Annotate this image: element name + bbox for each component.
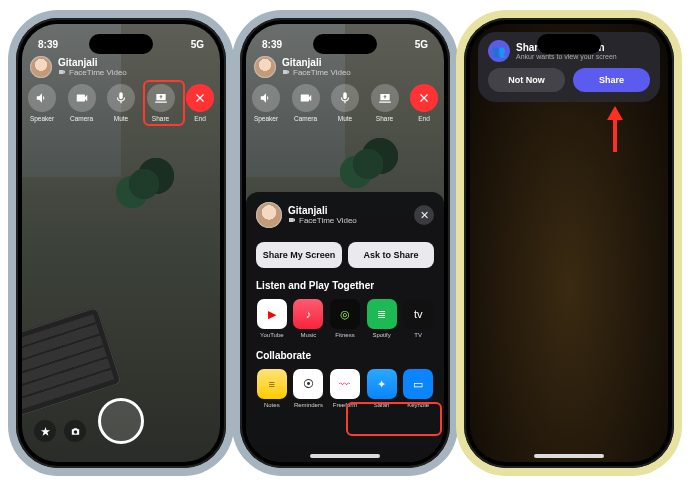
end-call-button[interactable]: [410, 84, 438, 112]
call-header[interactable]: Gitanjali FaceTime Video: [30, 56, 212, 78]
app-icon: ≣: [367, 299, 397, 329]
end-label: End: [194, 115, 206, 122]
phone-step-1: 8:39 5G Gitanjali FaceTime Video Speaker…: [16, 18, 226, 468]
contact-avatar: [30, 56, 52, 78]
call-controls: Speaker Camera Mute Share End: [252, 84, 438, 122]
share-button[interactable]: [371, 84, 399, 112]
app-spotify[interactable]: ≣Spotify: [366, 299, 398, 338]
share-screen-icon: [154, 91, 168, 105]
camera-button[interactable]: [68, 84, 96, 112]
status-network: 5G: [415, 39, 428, 50]
photo-button[interactable]: [64, 420, 86, 442]
app-icon: ♪: [293, 299, 323, 329]
status-network: 5G: [191, 39, 204, 50]
app-safari[interactable]: ✦Safari: [366, 369, 398, 408]
app-label: TV: [414, 332, 422, 338]
app-label: Reminders: [294, 402, 323, 408]
speaker-label: Speaker: [254, 115, 278, 122]
facetime-call-screen: 8:39 5G Gitanjali FaceTime Video Speaker…: [22, 24, 220, 462]
background-leaves: [114, 144, 174, 224]
share-label: Share: [376, 115, 393, 122]
speaker-icon: [259, 91, 273, 105]
home-indicator[interactable]: [534, 454, 604, 458]
app-label: Spotify: [372, 332, 390, 338]
annotation-arrow: [605, 106, 625, 156]
app-tv[interactable]: tvTV: [402, 299, 434, 338]
share-sheet-screen: 8:39 5G Gitanjali FaceTime Video Speaker…: [246, 24, 444, 462]
mute-label: Mute: [114, 115, 128, 122]
app-icon: 〰: [330, 369, 360, 399]
ask-to-share-button[interactable]: Ask to Share: [348, 242, 434, 268]
speaker-button[interactable]: [252, 84, 280, 112]
mute-label: Mute: [338, 115, 352, 122]
video-icon: [288, 216, 296, 224]
share-label: Share: [152, 115, 169, 122]
app-label: YouTube: [260, 332, 284, 338]
camera-label: Camera: [70, 115, 93, 122]
video-icon: [58, 68, 66, 76]
call-subtitle: FaceTime Video: [58, 68, 127, 77]
mic-icon: [338, 91, 352, 105]
app-keynote[interactable]: ▭Keynote: [402, 369, 434, 408]
app-icon: ▶: [257, 299, 287, 329]
app-reminders[interactable]: ⦿Reminders: [293, 369, 325, 408]
phone-step-2: 8:39 5G Gitanjali FaceTime Video Speaker…: [240, 18, 450, 468]
dynamic-island: [313, 34, 377, 54]
sheet-avatar: [256, 202, 282, 228]
app-music[interactable]: ♪Music: [293, 299, 325, 338]
share-accept-button[interactable]: Share: [573, 68, 650, 92]
shareplay-sheet: Gitanjali FaceTime Video ✕ Share My Scre…: [246, 192, 444, 462]
app-notes[interactable]: ≡Notes: [256, 369, 288, 408]
speaker-icon: [35, 91, 49, 105]
speaker-label: Speaker: [30, 115, 54, 122]
collab-section-title: Collaborate: [256, 350, 434, 361]
app-icon: ▭: [403, 369, 433, 399]
mute-button[interactable]: [331, 84, 359, 112]
camera-button[interactable]: [292, 84, 320, 112]
star-icon: [40, 426, 51, 437]
app-icon: ✦: [367, 369, 397, 399]
sheet-close-button[interactable]: ✕: [414, 205, 434, 225]
effects-button[interactable]: [34, 420, 56, 442]
call-controls: Speaker Camera Mute Share End: [28, 84, 214, 122]
contact-name: Gitanjali: [58, 58, 127, 68]
share-screen-icon: [378, 91, 392, 105]
app-label: Safari: [374, 402, 390, 408]
contact-avatar: [254, 56, 276, 78]
shareplay-icon: 👥: [488, 40, 510, 62]
app-youtube[interactable]: ▶YouTube: [256, 299, 288, 338]
bottom-left-controls: [34, 420, 86, 442]
close-icon: [193, 91, 207, 105]
collab-apps-row: ≡Notes⦿Reminders〰Freeform✦Safari▭Keynote: [256, 369, 434, 408]
sheet-subtitle: FaceTime Video: [288, 216, 357, 225]
call-subtitle: FaceTime Video: [282, 68, 351, 77]
dynamic-island: [537, 34, 601, 54]
call-header[interactable]: Gitanjali FaceTime Video: [254, 56, 436, 78]
share-my-screen-button[interactable]: Share My Screen: [256, 242, 342, 268]
banner-subtitle: Ankur wants to view your screen: [516, 53, 617, 60]
app-icon: ≡: [257, 369, 287, 399]
app-icon: ⦿: [293, 369, 323, 399]
status-time: 8:39: [38, 39, 58, 50]
app-label: Keynote: [407, 402, 429, 408]
recipient-screen: 👥 Share Your Screen Ankur wants to view …: [470, 24, 668, 462]
share-button[interactable]: [147, 84, 175, 112]
camera-label: Camera: [294, 115, 317, 122]
speaker-button[interactable]: [28, 84, 56, 112]
app-freeform[interactable]: 〰Freeform: [329, 369, 361, 408]
app-fitness[interactable]: ◎Fitness: [329, 299, 361, 338]
shutter-button[interactable]: [98, 398, 144, 444]
listen-section-title: Listen and Play Together: [256, 280, 434, 291]
app-icon: ◎: [330, 299, 360, 329]
mute-button[interactable]: [107, 84, 135, 112]
dynamic-island: [89, 34, 153, 54]
background-keyboard: [22, 307, 122, 417]
camera-icon: [299, 91, 313, 105]
not-now-button[interactable]: Not Now: [488, 68, 565, 92]
app-label: Music: [301, 332, 317, 338]
end-call-button[interactable]: [186, 84, 214, 112]
end-label: End: [418, 115, 430, 122]
video-icon: [282, 68, 290, 76]
home-indicator[interactable]: [310, 454, 380, 458]
camera-icon: [75, 91, 89, 105]
